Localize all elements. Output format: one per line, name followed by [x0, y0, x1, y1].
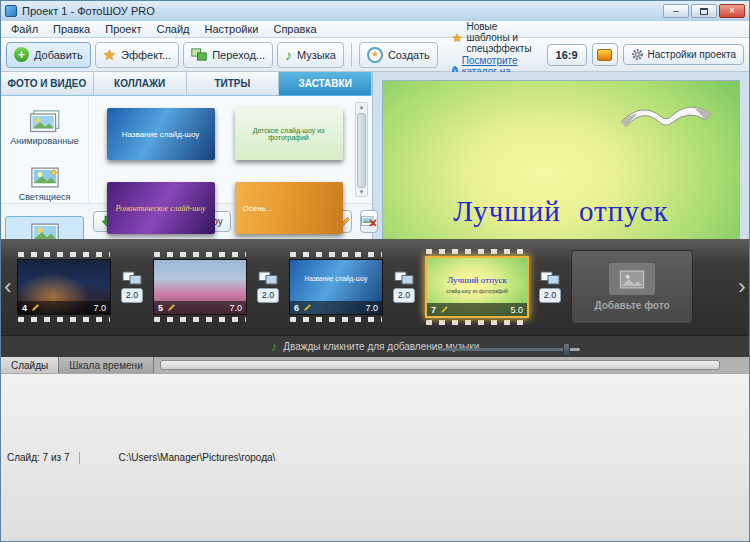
promo-star-icon: ★	[452, 32, 463, 44]
palette-icon	[597, 49, 612, 61]
timeline-scroll-right[interactable]: ›	[736, 276, 748, 298]
maximize-button[interactable]	[691, 4, 717, 18]
template-thumbnail[interactable]: Детское слайд-шоу из фотографий	[235, 108, 343, 160]
horizontal-scrollbar[interactable]	[154, 357, 749, 373]
panel-tabs: ФОТО И ВИДЕО КОЛЛАЖИ ТИТРЫ ЗАСТАВКИ	[1, 72, 372, 96]
slide-edit-pencil-icon[interactable]	[167, 303, 176, 312]
slide-edit-pencil-icon[interactable]	[303, 303, 312, 312]
slide-6-thumbnail[interactable]: Название слайд-шоу 6 7.0	[289, 259, 383, 315]
toolbar-tab-music[interactable]: ♪ Музыка	[277, 42, 344, 68]
slide-duration: 7.0	[365, 303, 378, 313]
horizontal-scrollbar-thumb[interactable]	[160, 360, 720, 370]
film-perforation	[426, 249, 528, 254]
music-hint-bar[interactable]: ♪ Дважды кликните для добавления музыки	[1, 335, 749, 357]
slide-duration: 7.0	[229, 303, 242, 313]
template-thumbnail[interactable]: Осень...	[235, 182, 343, 234]
vertical-scrollbar[interactable]: ▲ ▼	[355, 102, 368, 197]
template-thumbnail[interactable]: Название слайд-шоу	[107, 108, 215, 160]
scroll-down-icon[interactable]: ▼	[359, 188, 365, 196]
close-button[interactable]: ×	[719, 4, 745, 18]
transition-2[interactable]: 2.0	[253, 271, 283, 303]
menu-project[interactable]: Проект	[98, 22, 148, 36]
slide-number: 6	[294, 303, 299, 313]
tab-slides[interactable]: Слайды	[1, 357, 59, 373]
film-perforation	[426, 320, 528, 325]
seagull-image	[618, 96, 714, 144]
transition-duration: 2.0	[257, 288, 280, 303]
menu-settings[interactable]: Настройки	[198, 22, 266, 36]
tab-collages[interactable]: КОЛЛАЖИ	[94, 72, 187, 96]
aspect-ratio-button[interactable]: 16:9	[547, 44, 587, 66]
timeline-slide-6[interactable]: Название слайд-шоу 6 7.0	[289, 250, 383, 324]
category-glowing-label: Светящиеся	[19, 192, 71, 202]
category-glowing[interactable]: Светящиеся	[5, 160, 84, 208]
bottom-bar: Слайды Шкала времени	[1, 357, 749, 373]
toolbar-tab-transitions[interactable]: Переход...	[183, 42, 273, 68]
tab-photo-video[interactable]: ФОТО И ВИДЕО	[1, 72, 94, 96]
slide-info-bar: 7 5.0	[427, 303, 527, 316]
preview-slide-title: Лучший отпуск	[383, 195, 739, 228]
slide-edit-pencil-icon[interactable]	[440, 305, 449, 314]
slide-7-thumbnail[interactable]: Лучший отпуск слайд-шоу из фотографий 7 …	[425, 256, 529, 318]
slide-number: 5	[158, 303, 163, 313]
slider-thumb[interactable]	[563, 343, 570, 356]
template-thumbnail[interactable]: Романтическое слайд-шоу	[107, 182, 215, 234]
add-photo-dropzone[interactable]: Добавьте фото	[571, 250, 693, 324]
template-title: Детское слайд-шоу из фотографий	[238, 127, 340, 141]
category-animated[interactable]: Анимированные	[5, 104, 84, 152]
slider-fill	[439, 348, 563, 351]
toolbar: + Добавить ★ Эффект... Переход... ♪ Музы…	[1, 38, 749, 72]
timeline-slide-7-selected[interactable]: Лучший отпуск слайд-шоу из фотографий 7 …	[425, 247, 529, 327]
transition-icon	[122, 271, 142, 285]
minimize-icon: –	[673, 6, 679, 16]
window-title: Проект 1 - ФотоШОУ PRO	[22, 5, 658, 17]
toolbar-tab-create-label: Создать	[388, 49, 430, 61]
timeline-slide-4[interactable]: 4 7.0	[17, 250, 111, 324]
transition-duration: 2.0	[393, 288, 416, 303]
transition-3[interactable]: 2.0	[389, 271, 419, 303]
slide-edit-pencil-icon[interactable]	[31, 303, 40, 312]
tab-splashes[interactable]: ЗАСТАВКИ	[279, 72, 372, 96]
timeline-slide-5[interactable]: 5 7.0	[153, 250, 247, 324]
toolbar-tab-add[interactable]: + Добавить	[6, 42, 91, 68]
main-area: ФОТО И ВИДЕО КОЛЛАЖИ ТИТРЫ ЗАСТАВКИ Аним…	[1, 72, 749, 239]
plus-glyph: +	[18, 49, 25, 61]
film-perforation	[154, 317, 246, 322]
scroll-up-icon[interactable]: ▲	[359, 103, 365, 111]
gear-icon	[631, 48, 644, 61]
toolbar-tab-effects[interactable]: ★ Эффект...	[95, 42, 180, 68]
transition-duration: 2.0	[121, 288, 144, 303]
timeline-scroll-left[interactable]: ‹	[2, 276, 14, 298]
project-settings-label: Настройки проекта	[648, 49, 736, 60]
seek-slider[interactable]	[439, 342, 580, 356]
menu-edit[interactable]: Правка	[46, 22, 97, 36]
film-perforation	[154, 252, 246, 257]
add-photo-label: Добавьте фото	[594, 300, 669, 311]
film-perforation	[290, 317, 382, 322]
transition-1[interactable]: 2.0	[117, 271, 147, 303]
panel-body: Анимированные Светящиеся Статические	[1, 96, 372, 203]
menu-slide[interactable]: Слайд	[149, 22, 196, 36]
preview-panel: Лучший отпуск слайд-шоу из фотографий Ре…	[373, 72, 749, 239]
menu-help[interactable]: Справка	[266, 22, 323, 36]
titlebar: Проект 1 - ФотоШОУ PRO – ×	[1, 1, 749, 21]
promo-title: Новые шаблоны и спецэффекты	[467, 21, 543, 54]
slide-duration: 7.0	[93, 303, 106, 313]
transition-icon	[540, 271, 560, 285]
tab-timeline-scale[interactable]: Шкала времени	[59, 357, 153, 373]
template-title: Название слайд-шоу	[122, 130, 200, 139]
slide-4-thumbnail[interactable]: 4 7.0	[17, 259, 111, 315]
transition-4[interactable]: 2.0	[535, 271, 565, 303]
maximize-icon	[700, 8, 708, 15]
theme-color-button[interactable]	[592, 43, 618, 66]
slide-number: 7	[431, 305, 436, 315]
minimize-button[interactable]: –	[663, 4, 689, 18]
toolbar-tab-create[interactable]: ★ Создать	[359, 42, 438, 68]
menu-file[interactable]: Файл	[4, 22, 45, 36]
transition-duration: 2.0	[539, 288, 562, 303]
slide-5-thumbnail[interactable]: 5 7.0	[153, 259, 247, 315]
scrollbar-thumb[interactable]	[357, 113, 366, 188]
template-title: Романтическое слайд-шоу	[115, 204, 205, 213]
project-settings-button[interactable]: Настройки проекта	[623, 44, 744, 65]
tab-titles[interactable]: ТИТРЫ	[187, 72, 280, 96]
